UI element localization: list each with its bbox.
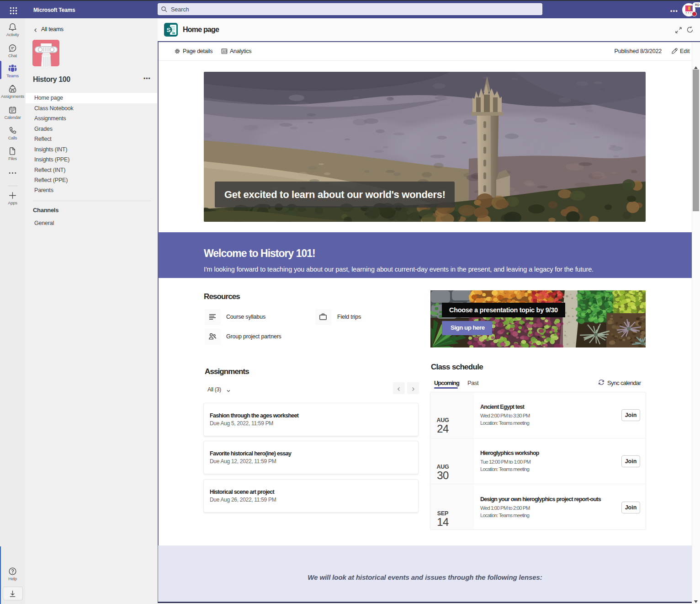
svg-text:S: S [166,27,170,33]
